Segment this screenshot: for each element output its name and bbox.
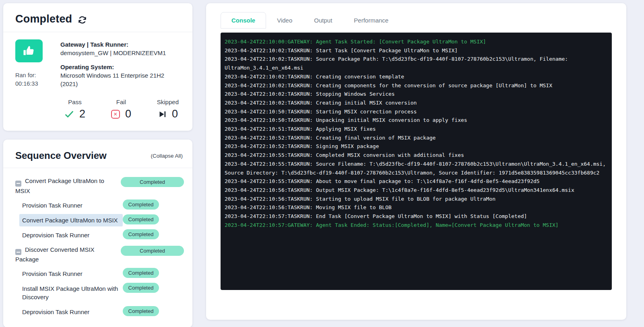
tab-bar: ConsoleVideoOutputPerformance [206, 12, 626, 29]
status-badge: Completed [121, 246, 184, 256]
sequence-step-label: Install MSIX Package UltraMon with Disco… [19, 282, 123, 303]
sequence-title: Sequence Overview [15, 150, 107, 161]
ran-for-label: Ran for: [15, 72, 36, 78]
left-column: Completed [3, 3, 192, 327]
log-line: 2023-04-24T22:10:57:TASKRUN: End Task [C… [225, 212, 608, 221]
status-badge: Completed [121, 177, 184, 187]
log-line: 2023-04-24T22:10:51:TASKRUN: Applying MS… [225, 125, 608, 134]
tab-console[interactable]: Console [221, 12, 266, 29]
sequence-group-row[interactable]: Discover Converted MSIX PackageCompleted [3, 243, 192, 267]
log-line: 2023-04-24T22:10:55:TASKRUN: About to mo… [225, 177, 608, 186]
tab-video[interactable]: Video [266, 12, 303, 29]
sequence-step-label: Deprovision Task Runner [19, 229, 123, 241]
status-badge: Completed [123, 214, 159, 224]
log-line: 2023-04-24T22:10:56:TASKRUN: Moving MSIX… [225, 203, 608, 212]
sequence-step-row[interactable]: Provision Task RunnerCompleted [3, 198, 192, 213]
sequence-group-row[interactable]: Convert Package UltraMon to MSIXComplete… [3, 174, 192, 198]
stat-count: 0 [172, 108, 178, 120]
sequence-tree: Convert Package UltraMon to MSIXComplete… [3, 168, 192, 327]
status-card: Completed [3, 3, 192, 131]
log-line: 2023-04-24T22:10:55:TASKRUN: Completed M… [225, 151, 608, 160]
log-line: 2023-04-24T22:10:02:TASKRUN: Creating co… [225, 81, 608, 90]
sequence-step-row[interactable]: Deprovision Task RunnerCompleted [3, 228, 192, 243]
sequence-step-label: Provision Task Runner [19, 267, 123, 280]
collapse-all-link[interactable]: (Collapse All) [151, 153, 183, 159]
fail-icon: ✕ [111, 110, 120, 119]
sequence-step-row[interactable]: Install MSIX Package UltraMon with Disco… [3, 281, 192, 304]
log-line: 2023-04-24T22:10:50:TASKRUN: Starting MS… [225, 107, 608, 116]
sequence-group-label: Discover Converted MSIX Package [15, 245, 121, 264]
stat-skipped: Skipped0 [157, 99, 179, 120]
refresh-icon[interactable] [78, 15, 87, 25]
status-badge: Completed [123, 306, 159, 316]
page-layout: Completed [0, 0, 644, 327]
status-card-body: Ran for: 00:16:33 Gateway | Task Runner:… [3, 32, 192, 131]
sequence-overview-card: Sequence Overview (Collapse All) Convert… [3, 140, 192, 327]
log-line: 2023-04-24T22:10:50:TASKRUN: Unpacking i… [225, 116, 608, 125]
os-label: Operating System: [60, 63, 183, 71]
log-line: 2023-04-24T22:10:56:TASKRUN: Starting to… [225, 195, 608, 204]
sequence-step-row[interactable]: Deprovision Task RunnerCompleted [3, 304, 192, 319]
log-line: 2023-04-24T22:10:57:GATEWAY: Agent Task … [225, 221, 608, 230]
stats-row: Pass2Fail✕0Skipped0 [64, 99, 179, 120]
log-line: 2023-04-24T22:10:02:TASKRUN: Stopping Wi… [225, 90, 608, 99]
stat-label: Fail [111, 99, 131, 105]
check-icon [64, 109, 74, 119]
thumbs-up-icon [15, 39, 43, 62]
log-line: 2023-04-24T22:10:02:TASKRUN: Creating in… [225, 99, 608, 107]
status-card-header: Completed [3, 3, 192, 32]
sequence-step-label: Deprovision Task Runner [19, 306, 123, 318]
os-value: Microsoft Windows 11 Enterprise 21H2 (20… [60, 71, 183, 88]
sequence-step-label: Convert Package UltraMon to MSIX [19, 214, 123, 226]
gateway-value: demosystem_GW | MODERNIZEEVM1 [60, 49, 183, 57]
status-title: Completed [15, 13, 72, 25]
sequence-card-header: Sequence Overview (Collapse All) [3, 140, 192, 168]
stat-pass: Pass2 [64, 99, 85, 120]
status-badge: Completed [123, 268, 159, 278]
ran-for: Ran for: 00:16:33 [15, 71, 43, 88]
tab-output[interactable]: Output [303, 12, 343, 29]
task-detail-panel: ConsoleVideoOutputPerformance 2023-04-24… [206, 3, 626, 320]
skip-icon [158, 110, 167, 119]
log-line: 2023-04-24T22:10:00:GATEWAY: Agent Task … [225, 37, 608, 46]
log-line: 2023-04-24T22:10:56:TASKRUN: Output MSIX… [225, 186, 608, 195]
stat-label: Skipped [157, 99, 179, 105]
log-line: 2023-04-24T22:10:55:TASKRUN: Source File… [225, 160, 608, 177]
status-badge: Completed [123, 199, 159, 210]
ran-for-value: 00:16:33 [15, 80, 38, 87]
tab-performance[interactable]: Performance [343, 12, 399, 29]
sequence-step-row[interactable]: Provision Task RunnerCompleted [3, 266, 192, 281]
log-line: 2023-04-24T22:10:02:TASKRUN: Start Task … [225, 46, 608, 55]
log-line: 2023-04-24T22:10:02:TASKRUN: Creating co… [225, 72, 608, 81]
status-badge: Completed [123, 283, 159, 293]
gateway-label: Gateway | Task Runner: [60, 40, 183, 49]
stat-label: Pass [64, 99, 85, 105]
collapse-minus-icon[interactable] [15, 249, 21, 255]
stat-count: 0 [125, 108, 131, 120]
sequence-group-label: Convert Package UltraMon to MSIX [15, 177, 121, 195]
log-line: 2023-04-24T22:10:52:TASKRUN: Creating fi… [225, 134, 608, 142]
status-badge: Completed [123, 229, 159, 239]
stat-fail: Fail✕0 [111, 99, 131, 120]
sequence-step-label: Provision Task Runner [19, 199, 123, 212]
log-line: 2023-04-24T22:10:52:TASKRUN: Signing MSI… [225, 142, 608, 151]
sequence-step-row[interactable]: Convert Package UltraMon to MSIXComplete… [3, 213, 192, 228]
collapse-minus-icon[interactable] [15, 181, 21, 187]
stat-count: 2 [79, 108, 85, 120]
log-line: 2023-04-24T22:10:02:TASKRUN: Source Pack… [225, 55, 608, 72]
console-log: 2023-04-24T22:10:00:GATEWAY: Agent Task … [221, 33, 612, 290]
